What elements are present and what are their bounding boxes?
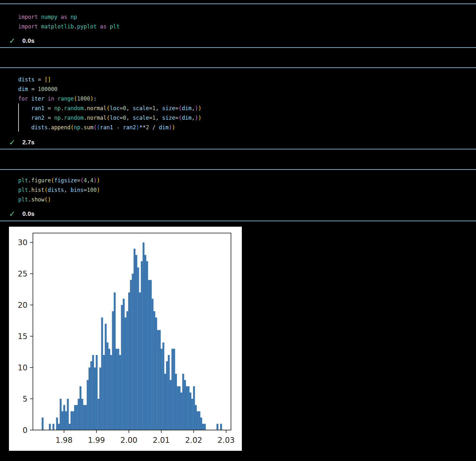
code-line[interactable]: ran2 = np.random.normal(loc=0, scale=1, … bbox=[18, 113, 202, 123]
histogram-bar bbox=[127, 311, 128, 430]
histogram-bar bbox=[157, 330, 159, 430]
code-token: . bbox=[28, 187, 31, 193]
code-token: plt bbox=[110, 23, 120, 30]
code-token: ) bbox=[195, 105, 198, 111]
code-editor-cell-1[interactable]: import numpy as npimport matplotlib.pypl… bbox=[18, 12, 119, 31]
success-check-icon: ✓ bbox=[9, 138, 22, 147]
histogram-bar bbox=[161, 349, 163, 430]
code-editor-cell-2[interactable]: dists = []dim = 100000for iter in range(… bbox=[18, 75, 202, 132]
x-tick-label: 2.01 bbox=[153, 436, 170, 445]
code-line[interactable]: plt.show() bbox=[18, 195, 100, 204]
histogram-bar bbox=[76, 405, 78, 430]
histogram-bar bbox=[142, 242, 144, 430]
histogram-bar bbox=[88, 367, 90, 430]
code-token: = bbox=[35, 76, 44, 83]
code-token: for bbox=[18, 95, 28, 102]
code-token: ( bbox=[106, 115, 110, 121]
histogram-bar bbox=[200, 418, 202, 430]
x-tick-label: 2.02 bbox=[185, 436, 202, 445]
code-editor-cell-3[interactable]: plt.figure(figsize=(4,4))plt.hist(dists,… bbox=[18, 176, 100, 204]
x-tick-label: 2.03 bbox=[218, 436, 234, 445]
histogram-chart: 1.981.992.002.012.022.03051015202530 bbox=[9, 227, 242, 451]
histogram-bar bbox=[182, 374, 184, 430]
histogram-bar bbox=[125, 317, 127, 430]
code-token: ( bbox=[179, 115, 182, 121]
code-token: . bbox=[84, 115, 87, 121]
code-token: bins bbox=[71, 187, 84, 193]
histogram-bar bbox=[49, 424, 51, 430]
x-tick-label: 1.99 bbox=[88, 436, 105, 445]
code-line[interactable]: import matplotlib.pyplot as plt bbox=[18, 22, 119, 31]
histogram-bar bbox=[63, 405, 65, 430]
code-line[interactable]: dists = [] bbox=[18, 75, 202, 84]
code-token: loc bbox=[110, 105, 120, 111]
histogram-bar bbox=[114, 292, 116, 430]
code-token: . bbox=[61, 115, 64, 121]
code-token bbox=[38, 14, 41, 20]
code-token bbox=[54, 95, 58, 102]
histogram-bar bbox=[128, 292, 130, 430]
y-tick-label: 30 bbox=[18, 238, 27, 247]
histogram-bar bbox=[148, 280, 150, 430]
code-line[interactable]: dim = 100000 bbox=[18, 84, 202, 94]
x-tick-label: 1.98 bbox=[56, 436, 73, 445]
code-token: 0 bbox=[123, 105, 126, 111]
histogram-bar bbox=[101, 317, 103, 430]
histogram-bar bbox=[52, 424, 54, 430]
code-token: [] bbox=[44, 76, 51, 83]
code-token: scale bbox=[133, 115, 149, 121]
histogram-bar bbox=[107, 343, 109, 430]
histogram-bar bbox=[119, 355, 121, 430]
code-token bbox=[18, 124, 31, 131]
code-token: ( bbox=[106, 105, 110, 111]
histogram-bar bbox=[112, 311, 114, 430]
code-token: ran2 bbox=[123, 124, 136, 131]
code-token: . bbox=[28, 196, 31, 203]
histogram-bar bbox=[170, 380, 172, 430]
code-token bbox=[18, 105, 31, 111]
code-token: - bbox=[113, 124, 123, 131]
histogram-bar bbox=[177, 386, 179, 430]
code-token: dim bbox=[18, 86, 28, 92]
code-line[interactable]: for iter in range(1000): bbox=[18, 94, 202, 103]
x-tick-label: 2.00 bbox=[120, 436, 137, 445]
code-token: = bbox=[149, 115, 152, 121]
histogram-bar bbox=[153, 311, 155, 430]
code-token: / bbox=[149, 124, 159, 131]
code-token: pyplot bbox=[77, 23, 96, 30]
code-token: , bbox=[126, 115, 133, 121]
notebook-editor: import numpy as npimport matplotlib.pypl… bbox=[0, 0, 476, 461]
code-token bbox=[106, 23, 110, 30]
code-token: np bbox=[71, 14, 77, 20]
code-token: ( bbox=[94, 124, 97, 131]
code-token bbox=[38, 23, 41, 30]
code-line[interactable]: plt.figure(figsize=(4,4)) bbox=[18, 176, 100, 185]
code-token: . bbox=[74, 23, 77, 30]
code-line[interactable]: import numpy as np bbox=[18, 12, 119, 22]
code-token: 4 bbox=[90, 177, 93, 184]
code-line[interactable]: dists.append(np.sum((ran1 - ran2)**2 / d… bbox=[18, 123, 202, 132]
code-token: range bbox=[58, 95, 74, 102]
cell-border bbox=[0, 221, 476, 221]
code-token: in bbox=[48, 95, 54, 102]
histogram-bar bbox=[90, 361, 92, 430]
code-token: ( bbox=[179, 105, 182, 111]
code-token: : bbox=[94, 95, 97, 102]
histogram-bar bbox=[117, 349, 119, 430]
cell-border bbox=[0, 4, 476, 4]
code-token: 1 bbox=[152, 105, 156, 111]
code-token: as bbox=[100, 23, 106, 30]
code-token: 4 bbox=[84, 177, 87, 184]
histogram-bar bbox=[152, 299, 154, 430]
code-token: , bbox=[192, 115, 195, 121]
histogram-bar bbox=[97, 399, 99, 430]
histogram-bar bbox=[175, 374, 177, 430]
code-token: dists bbox=[18, 76, 35, 83]
code-token: , bbox=[192, 105, 195, 111]
code-line[interactable]: plt.hist(dists, bins=100) bbox=[18, 185, 100, 195]
code-token: = bbox=[77, 177, 80, 184]
code-token: hist bbox=[31, 187, 44, 193]
histogram-bar bbox=[184, 380, 186, 430]
code-token: ( bbox=[51, 177, 54, 184]
code-line[interactable]: ran1 = np.random.normal(loc=0, scale=1, … bbox=[18, 103, 202, 113]
